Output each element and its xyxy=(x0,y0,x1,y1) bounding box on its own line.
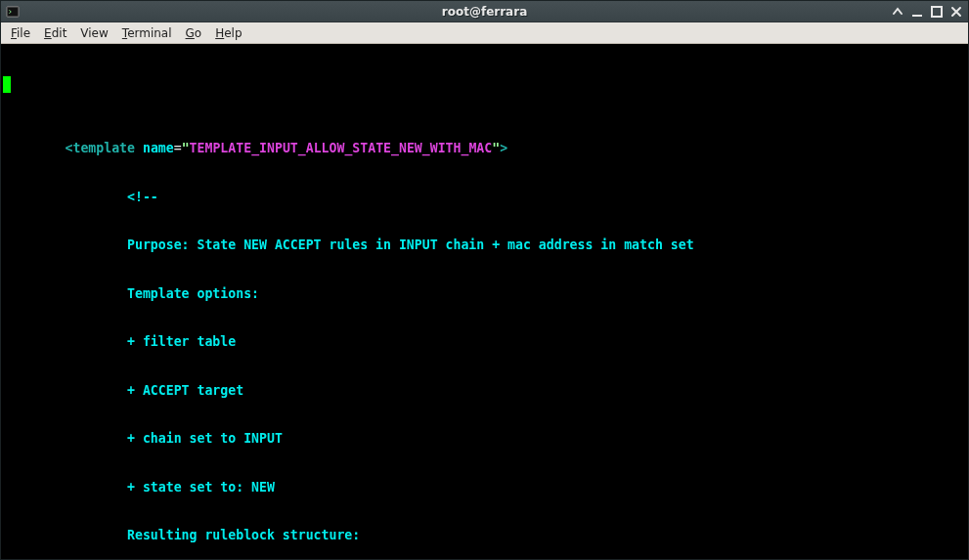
minimize-button[interactable] xyxy=(909,4,925,20)
scrollbar[interactable] xyxy=(964,44,968,559)
code-line: <template name="TEMPLATE_INPUT_ALLOW_STA… xyxy=(3,141,966,157)
titlebar[interactable]: root@ferrara xyxy=(1,1,968,22)
code-line: + chain set to INPUT xyxy=(3,431,966,448)
code-line: Resulting ruleblock structure: xyxy=(3,528,966,544)
code-line: + state set to: NEW xyxy=(3,480,966,496)
menu-view[interactable]: View xyxy=(74,24,113,42)
code-line: Purpose: State NEW ACCEPT rules in INPUT… xyxy=(3,237,966,254)
menu-help[interactable]: Help xyxy=(209,24,247,42)
code-line: + ACCEPT target xyxy=(3,383,966,400)
menu-terminal[interactable]: Terminal xyxy=(116,24,178,42)
code-line: + filter table xyxy=(3,334,966,351)
maximize-button[interactable] xyxy=(929,4,945,20)
svg-rect-1 xyxy=(8,8,18,16)
code-line: Template options: xyxy=(3,286,966,303)
terminal-app-icon xyxy=(5,4,21,20)
close-button[interactable] xyxy=(948,4,964,20)
terminal-window: root@ferrara File Edit View Terminal Go … xyxy=(0,0,969,560)
cursor xyxy=(3,76,11,93)
terminal-content: <template name="TEMPLATE_INPUT_ALLOW_STA… xyxy=(1,76,968,559)
menu-file[interactable]: File xyxy=(5,24,36,42)
rollup-button[interactable] xyxy=(890,4,905,20)
menu-edit[interactable]: Edit xyxy=(38,24,72,42)
window-controls xyxy=(890,4,968,20)
svg-rect-3 xyxy=(932,7,942,17)
menu-go[interactable]: Go xyxy=(180,24,208,42)
svg-rect-2 xyxy=(912,15,922,17)
code-line: <!-- xyxy=(3,190,966,206)
window-title: root@ferrara xyxy=(442,5,527,19)
menubar: File Edit View Terminal Go Help xyxy=(1,22,968,44)
terminal-area[interactable]: <template name="TEMPLATE_INPUT_ALLOW_STA… xyxy=(1,44,968,559)
